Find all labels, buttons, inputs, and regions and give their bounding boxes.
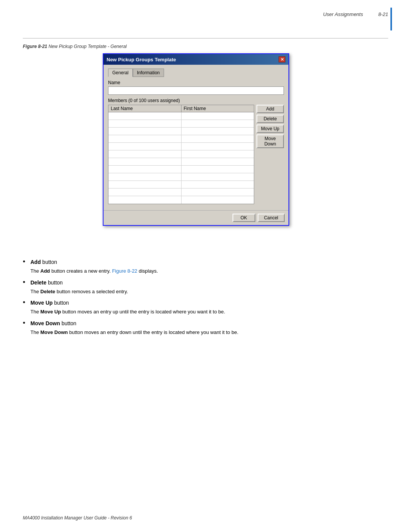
col-first-name: First Name bbox=[182, 105, 254, 112]
close-button[interactable]: ✕ bbox=[279, 56, 285, 62]
dialog-content: General Information Name Members (0 of 1… bbox=[104, 65, 288, 208]
table-row bbox=[108, 150, 254, 158]
figure-number: Figure 8-21 bbox=[23, 44, 47, 49]
bullet-move-down: • Move Down button The Move Down button … bbox=[23, 320, 388, 336]
table-row bbox=[108, 128, 254, 135]
members-table: Last Name First Name bbox=[108, 105, 254, 204]
header-title: User Assignments bbox=[323, 11, 363, 17]
header-number: 8-21 bbox=[378, 11, 388, 17]
bullet-dot-move-up: • bbox=[23, 299, 30, 307]
page-header: User Assignments 8-21 bbox=[323, 11, 388, 17]
tabs-row: General Information bbox=[108, 69, 284, 77]
delete-button[interactable]: Delete bbox=[256, 115, 284, 123]
dialog-footer: OK Cancel bbox=[104, 210, 288, 225]
table-row bbox=[108, 135, 254, 143]
body-content: • Add button The Add button creates a ne… bbox=[23, 259, 388, 340]
header-bar bbox=[390, 8, 392, 30]
table-row bbox=[108, 189, 254, 196]
tab-information[interactable]: Information bbox=[133, 69, 164, 77]
name-label: Name bbox=[108, 80, 284, 85]
move-down-button[interactable]: Move Down bbox=[256, 134, 284, 148]
page-footer: MA4000 Installation Manager User Guide -… bbox=[23, 515, 132, 521]
figure-title: New Pickup Group Template - General bbox=[48, 44, 127, 49]
table-row bbox=[108, 112, 254, 120]
ok-button[interactable]: OK bbox=[233, 214, 255, 222]
tab-general[interactable]: General bbox=[108, 69, 133, 77]
dialog: New Pickup Groups Template ✕ General Inf… bbox=[103, 53, 289, 226]
bullet-heading-delete: Delete button bbox=[30, 280, 63, 286]
members-area: Last Name First Name bbox=[108, 105, 284, 204]
dialog-title: New Pickup Groups Template bbox=[107, 57, 176, 62]
members-label: Members (0 of 100 users assigned) bbox=[108, 98, 284, 103]
col-last-name: Last Name bbox=[108, 105, 182, 112]
dialog-wrapper: New Pickup Groups Template ✕ General Inf… bbox=[103, 53, 289, 226]
table-row bbox=[108, 166, 254, 173]
table-row bbox=[108, 158, 254, 166]
cancel-button[interactable]: Cancel bbox=[258, 214, 285, 222]
table-row bbox=[108, 143, 254, 150]
bullet-heading-add: Add button bbox=[30, 259, 57, 265]
bullet-desc-move-up: The Move Up button moves an entry up unt… bbox=[30, 308, 388, 316]
table-header: Last Name First Name bbox=[108, 105, 254, 112]
bullet-desc-move-down: The Move Down button moves an entry down… bbox=[30, 329, 388, 336]
bullet-heading-move-up: Move Up button bbox=[30, 300, 69, 306]
table-row bbox=[108, 120, 254, 128]
dialog-titlebar: New Pickup Groups Template ✕ bbox=[104, 54, 288, 65]
bullet-dot-add: • bbox=[23, 258, 30, 266]
bullet-dot-move-down: • bbox=[23, 319, 30, 327]
bullet-desc-delete: The Delete button removes a selected ent… bbox=[30, 288, 388, 296]
bullet-desc-add: The Add button creates a new entry. Figu… bbox=[30, 267, 388, 275]
table-row bbox=[108, 173, 254, 181]
top-rule bbox=[23, 38, 388, 38]
bullet-move-up: • Move Up button The Move Up button move… bbox=[23, 300, 388, 316]
table-row bbox=[108, 181, 254, 189]
add-button[interactable]: Add bbox=[256, 105, 284, 113]
figure-caption: Figure 8-21 New Pickup Group Template - … bbox=[23, 44, 127, 49]
action-buttons: Add Delete Move Up Move Down bbox=[256, 105, 284, 204]
figure-link-add[interactable]: Figure 8-22 bbox=[112, 268, 137, 274]
table-row bbox=[108, 196, 254, 204]
bullet-add: • Add button The Add button creates a ne… bbox=[23, 259, 388, 275]
name-input[interactable] bbox=[108, 86, 284, 95]
bullet-delete: • Delete button The Delete button remove… bbox=[23, 280, 388, 296]
move-up-button[interactable]: Move Up bbox=[256, 125, 284, 133]
bullet-dot-delete: • bbox=[23, 278, 30, 286]
bullet-heading-move-down: Move Down button bbox=[30, 320, 76, 326]
